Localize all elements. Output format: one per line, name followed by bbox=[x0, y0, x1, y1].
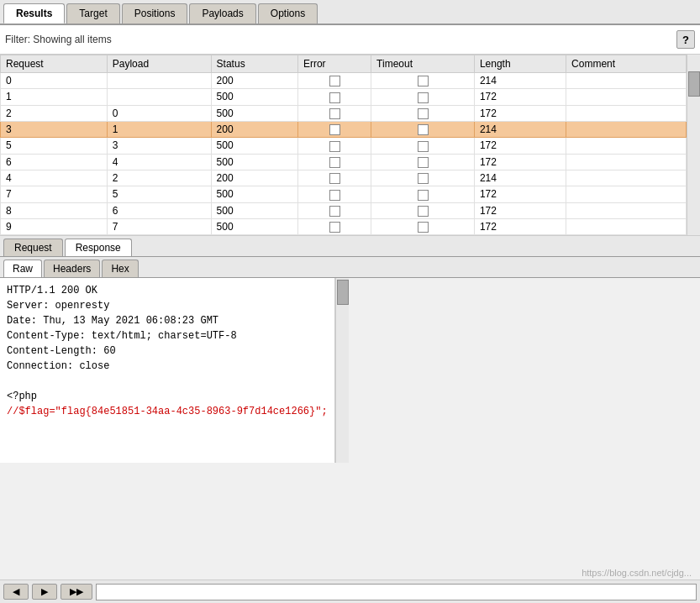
col-header-payload[interactable]: Payload bbox=[107, 55, 211, 73]
col-header-error[interactable]: Error bbox=[297, 55, 371, 73]
response-line: Date: Thu, 13 May 2021 06:08:23 GMT bbox=[7, 313, 328, 328]
table-scroll-area: Request Payload Status Error Timeout Len… bbox=[0, 55, 687, 235]
error-checkbox[interactable] bbox=[329, 141, 340, 152]
main-layout: Filter: Showing all items ? Request Payl… bbox=[0, 25, 700, 595]
error-checkbox[interactable] bbox=[329, 124, 340, 135]
filter-text: Filter: Showing all items bbox=[5, 34, 112, 45]
bottom-toolbar: ◀ ▶ ▶▶ bbox=[0, 579, 700, 603]
filter-bar: Filter: Showing all items ? bbox=[0, 25, 700, 55]
col-header-timeout[interactable]: Timeout bbox=[371, 55, 475, 73]
prev-button[interactable]: ◀ bbox=[3, 584, 29, 600]
table-row[interactable]: 97500172 bbox=[1, 218, 687, 234]
table-row[interactable]: 75500172 bbox=[1, 186, 687, 202]
next-button[interactable]: ▶ bbox=[32, 584, 57, 600]
col-header-status[interactable]: Status bbox=[211, 55, 297, 73]
table-row[interactable]: 64500172 bbox=[1, 154, 687, 170]
response-line: HTTP/1.1 200 OK bbox=[7, 283, 328, 298]
response-scrollbar-thumb[interactable] bbox=[337, 280, 349, 305]
response-line: Server: openresty bbox=[7, 298, 328, 313]
col-header-request[interactable]: Request bbox=[1, 55, 108, 73]
timeout-checkbox[interactable] bbox=[418, 124, 429, 135]
inner-tab-bar: Raw Headers Hex bbox=[0, 257, 700, 278]
timeout-checkbox[interactable] bbox=[418, 92, 429, 103]
timeout-checkbox[interactable] bbox=[418, 141, 429, 152]
timeout-checkbox[interactable] bbox=[418, 108, 429, 119]
table-row[interactable]: 1500172 bbox=[1, 89, 687, 105]
help-button[interactable]: ? bbox=[676, 30, 695, 49]
tab-options[interactable]: Options bbox=[258, 3, 318, 24]
tab-raw[interactable]: Raw bbox=[3, 260, 42, 277]
table-row[interactable]: 42200214 bbox=[1, 170, 687, 186]
watermark: https://blog.csdn.net/cjdg... bbox=[582, 568, 692, 578]
fast-forward-button[interactable]: ▶▶ bbox=[61, 584, 92, 600]
scrollbar-thumb[interactable] bbox=[688, 71, 700, 97]
error-checkbox[interactable] bbox=[329, 222, 340, 233]
tab-headers[interactable]: Headers bbox=[44, 260, 100, 277]
col-header-length[interactable]: Length bbox=[474, 55, 566, 73]
top-tab-bar: Results Target Positions Payloads Option… bbox=[0, 0, 700, 25]
response-line: Content-Type: text/html; charset=UTF-8 bbox=[7, 328, 328, 343]
tab-request[interactable]: Request bbox=[3, 239, 63, 256]
mid-tab-bar: Request Response bbox=[0, 236, 700, 257]
table-row[interactable]: 53500172 bbox=[1, 138, 687, 154]
response-scrollbar[interactable] bbox=[335, 278, 349, 463]
timeout-checkbox[interactable] bbox=[418, 157, 429, 168]
tab-target[interactable]: Target bbox=[66, 3, 119, 24]
error-checkbox[interactable] bbox=[329, 108, 340, 119]
toolbar-input[interactable] bbox=[96, 584, 697, 600]
timeout-checkbox[interactable] bbox=[418, 76, 429, 87]
response-line: //$flag="flag{84e51851-34aa-4c35-8963-9f… bbox=[7, 404, 328, 419]
table-row[interactable]: 0200214 bbox=[1, 73, 687, 89]
table-wrapper: Request Payload Status Error Timeout Len… bbox=[0, 55, 700, 235]
table-scrollbar[interactable] bbox=[687, 55, 700, 235]
error-checkbox[interactable] bbox=[329, 173, 340, 184]
timeout-checkbox[interactable] bbox=[418, 190, 429, 201]
error-checkbox[interactable] bbox=[329, 76, 340, 87]
tab-results[interactable]: Results bbox=[3, 3, 65, 24]
tab-response[interactable]: Response bbox=[65, 239, 132, 256]
results-table-container: Request Payload Status Error Timeout Len… bbox=[0, 55, 700, 236]
timeout-checkbox[interactable] bbox=[418, 173, 429, 184]
table-row[interactable]: 20500172 bbox=[1, 105, 687, 121]
response-line: Content-Length: 60 bbox=[7, 343, 328, 359]
error-checkbox[interactable] bbox=[329, 190, 340, 201]
error-checkbox[interactable] bbox=[329, 157, 340, 168]
col-header-comment[interactable]: Comment bbox=[566, 55, 687, 73]
table-row[interactable]: 86500172 bbox=[1, 202, 687, 218]
response-line: <?php bbox=[7, 389, 328, 404]
error-checkbox[interactable] bbox=[329, 92, 340, 103]
response-line bbox=[7, 374, 328, 389]
timeout-checkbox[interactable] bbox=[418, 222, 429, 233]
tab-payloads[interactable]: Payloads bbox=[189, 3, 255, 24]
results-table: Request Payload Status Error Timeout Len… bbox=[0, 55, 687, 235]
error-checkbox[interactable] bbox=[329, 206, 340, 217]
response-content: HTTP/1.1 200 OKServer: openrestyDate: Th… bbox=[0, 278, 335, 463]
tab-positions[interactable]: Positions bbox=[122, 3, 188, 24]
timeout-checkbox[interactable] bbox=[418, 206, 429, 217]
tab-hex[interactable]: Hex bbox=[102, 260, 138, 277]
response-wrapper: HTTP/1.1 200 OKServer: openrestyDate: Th… bbox=[0, 278, 700, 463]
response-line: Connection: close bbox=[7, 359, 328, 374]
table-row[interactable]: 31200214 bbox=[1, 121, 687, 137]
